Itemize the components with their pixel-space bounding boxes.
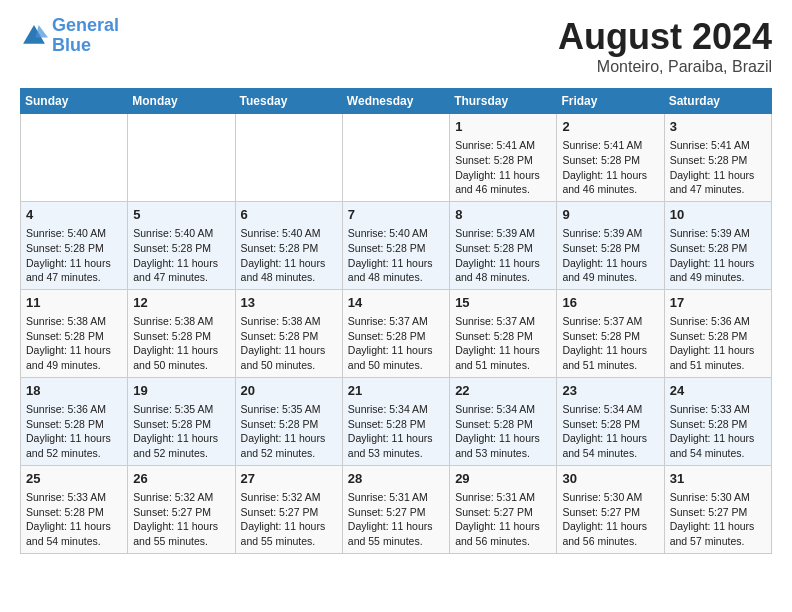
- day-info: Sunrise: 5:35 AM: [133, 402, 229, 417]
- day-number: 14: [348, 294, 444, 312]
- weekday-header-saturday: Saturday: [664, 89, 771, 114]
- day-number: 15: [455, 294, 551, 312]
- day-info: Daylight: 11 hours: [455, 343, 551, 358]
- day-number: 6: [241, 206, 337, 224]
- day-info: Sunrise: 5:41 AM: [455, 138, 551, 153]
- day-number: 26: [133, 470, 229, 488]
- day-info: and 47 minutes.: [670, 182, 766, 197]
- day-info: Sunset: 5:28 PM: [26, 241, 122, 256]
- weekday-header-friday: Friday: [557, 89, 664, 114]
- day-info: Daylight: 11 hours: [133, 431, 229, 446]
- day-info: and 54 minutes.: [562, 446, 658, 461]
- day-number: 29: [455, 470, 551, 488]
- calendar-cell: [342, 114, 449, 202]
- day-info: Sunrise: 5:30 AM: [562, 490, 658, 505]
- day-info: Sunrise: 5:40 AM: [133, 226, 229, 241]
- calendar-cell: [235, 114, 342, 202]
- day-info: Daylight: 11 hours: [562, 431, 658, 446]
- day-info: Daylight: 11 hours: [133, 256, 229, 271]
- day-info: Daylight: 11 hours: [348, 256, 444, 271]
- day-info: Sunset: 5:28 PM: [348, 329, 444, 344]
- title-block: August 2024 Monteiro, Paraiba, Brazil: [558, 16, 772, 76]
- day-info: Sunset: 5:28 PM: [455, 153, 551, 168]
- calendar-cell: 31Sunrise: 5:30 AMSunset: 5:27 PMDayligh…: [664, 465, 771, 553]
- calendar-cell: 11Sunrise: 5:38 AMSunset: 5:28 PMDayligh…: [21, 289, 128, 377]
- day-number: 23: [562, 382, 658, 400]
- day-info: Sunset: 5:27 PM: [348, 505, 444, 520]
- day-number: 5: [133, 206, 229, 224]
- day-info: Sunrise: 5:32 AM: [241, 490, 337, 505]
- day-info: Sunrise: 5:40 AM: [348, 226, 444, 241]
- day-info: Daylight: 11 hours: [670, 168, 766, 183]
- day-info: Sunrise: 5:40 AM: [26, 226, 122, 241]
- day-info: Daylight: 11 hours: [133, 343, 229, 358]
- day-number: 2: [562, 118, 658, 136]
- calendar-cell: 29Sunrise: 5:31 AMSunset: 5:27 PMDayligh…: [450, 465, 557, 553]
- day-info: Daylight: 11 hours: [348, 431, 444, 446]
- day-number: 20: [241, 382, 337, 400]
- calendar-title: August 2024: [558, 16, 772, 58]
- logo-blue: Blue: [52, 35, 91, 55]
- day-info: Sunrise: 5:41 AM: [670, 138, 766, 153]
- day-info: Sunset: 5:28 PM: [133, 417, 229, 432]
- day-info: Sunset: 5:28 PM: [133, 329, 229, 344]
- day-number: 25: [26, 470, 122, 488]
- calendar-page: General Blue August 2024 Monteiro, Parai…: [0, 0, 792, 570]
- calendar-cell: 27Sunrise: 5:32 AMSunset: 5:27 PMDayligh…: [235, 465, 342, 553]
- day-info: Sunrise: 5:39 AM: [562, 226, 658, 241]
- day-info: and 54 minutes.: [26, 534, 122, 549]
- week-row: 4Sunrise: 5:40 AMSunset: 5:28 PMDaylight…: [21, 201, 772, 289]
- weekday-header-sunday: Sunday: [21, 89, 128, 114]
- day-info: Daylight: 11 hours: [455, 168, 551, 183]
- day-info: and 48 minutes.: [455, 270, 551, 285]
- day-info: and 52 minutes.: [241, 446, 337, 461]
- logo-icon: [20, 22, 48, 50]
- day-info: Daylight: 11 hours: [562, 519, 658, 534]
- day-number: 8: [455, 206, 551, 224]
- calendar-cell: [21, 114, 128, 202]
- day-info: Sunset: 5:28 PM: [562, 153, 658, 168]
- logo: General Blue: [20, 16, 119, 56]
- day-info: Sunset: 5:28 PM: [26, 505, 122, 520]
- day-info: Sunset: 5:27 PM: [455, 505, 551, 520]
- day-info: Sunset: 5:28 PM: [241, 417, 337, 432]
- day-number: 11: [26, 294, 122, 312]
- day-number: 10: [670, 206, 766, 224]
- day-number: 28: [348, 470, 444, 488]
- day-info: and 49 minutes.: [562, 270, 658, 285]
- day-info: and 53 minutes.: [455, 446, 551, 461]
- day-info: Sunset: 5:28 PM: [26, 329, 122, 344]
- calendar-body: 1Sunrise: 5:41 AMSunset: 5:28 PMDaylight…: [21, 114, 772, 554]
- day-info: Sunrise: 5:38 AM: [133, 314, 229, 329]
- day-info: Sunset: 5:28 PM: [562, 329, 658, 344]
- day-info: and 46 minutes.: [455, 182, 551, 197]
- day-info: Daylight: 11 hours: [241, 519, 337, 534]
- day-number: 19: [133, 382, 229, 400]
- week-row: 25Sunrise: 5:33 AMSunset: 5:28 PMDayligh…: [21, 465, 772, 553]
- day-info: and 53 minutes.: [348, 446, 444, 461]
- calendar-cell: 15Sunrise: 5:37 AMSunset: 5:28 PMDayligh…: [450, 289, 557, 377]
- calendar-cell: 6Sunrise: 5:40 AMSunset: 5:28 PMDaylight…: [235, 201, 342, 289]
- day-number: 16: [562, 294, 658, 312]
- day-info: Sunrise: 5:36 AM: [670, 314, 766, 329]
- day-info: Daylight: 11 hours: [348, 343, 444, 358]
- calendar-cell: 8Sunrise: 5:39 AMSunset: 5:28 PMDaylight…: [450, 201, 557, 289]
- day-info: Sunrise: 5:39 AM: [455, 226, 551, 241]
- day-info: and 48 minutes.: [241, 270, 337, 285]
- day-info: Daylight: 11 hours: [26, 256, 122, 271]
- day-info: Sunset: 5:28 PM: [348, 241, 444, 256]
- day-info: and 51 minutes.: [455, 358, 551, 373]
- day-info: Sunset: 5:28 PM: [241, 241, 337, 256]
- calendar-table: SundayMondayTuesdayWednesdayThursdayFrid…: [20, 88, 772, 554]
- logo-general: General: [52, 15, 119, 35]
- day-info: Sunrise: 5:36 AM: [26, 402, 122, 417]
- calendar-cell: 16Sunrise: 5:37 AMSunset: 5:28 PMDayligh…: [557, 289, 664, 377]
- day-info: and 49 minutes.: [26, 358, 122, 373]
- day-info: Daylight: 11 hours: [241, 431, 337, 446]
- day-info: Sunset: 5:28 PM: [670, 241, 766, 256]
- week-row: 18Sunrise: 5:36 AMSunset: 5:28 PMDayligh…: [21, 377, 772, 465]
- day-info: Daylight: 11 hours: [562, 256, 658, 271]
- calendar-cell: 25Sunrise: 5:33 AMSunset: 5:28 PMDayligh…: [21, 465, 128, 553]
- day-info: Sunrise: 5:38 AM: [26, 314, 122, 329]
- day-info: Sunset: 5:28 PM: [455, 417, 551, 432]
